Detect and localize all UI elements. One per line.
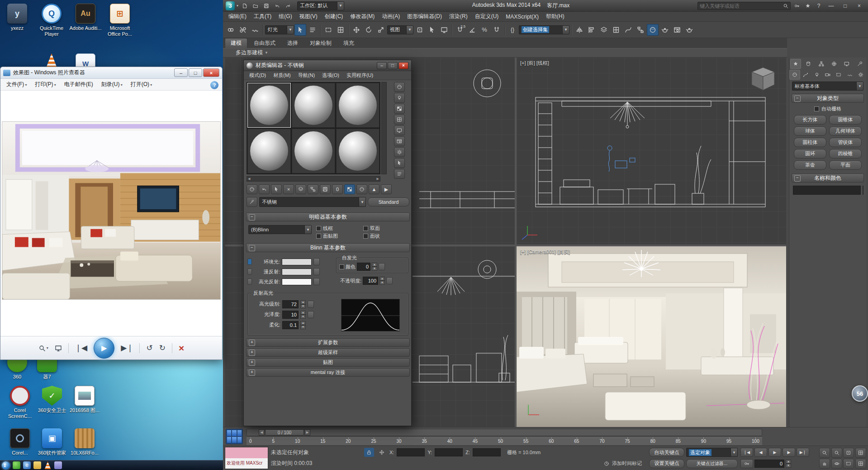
bind-to-space-warp-icon[interactable] xyxy=(249,24,261,36)
ribbon-panel-title[interactable]: 多边形建模 xyxy=(236,49,263,57)
menu-item[interactable]: 创建(C) xyxy=(321,12,347,21)
taskbar-vlc-icon[interactable] xyxy=(44,461,52,469)
menu-item[interactable]: 编辑(E) xyxy=(225,12,250,21)
go-to-sibling-icon[interactable]: ▶ xyxy=(381,184,392,194)
minimize-button[interactable]: — xyxy=(825,2,837,10)
collapsed-rollout[interactable]: 扩展参数 xyxy=(246,338,410,347)
object-type-button[interactable]: 茶壶 xyxy=(794,160,826,170)
motion-tab-icon[interactable] xyxy=(829,59,840,69)
previous-frame-icon[interactable]: ◀ xyxy=(754,448,767,457)
object-color-swatch[interactable] xyxy=(863,186,863,195)
soften-value[interactable]: 0.1 xyxy=(282,321,299,329)
collapsed-rollout[interactable]: 贴图 xyxy=(246,358,410,367)
edit-named-selection-sets-icon[interactable]: {} xyxy=(507,24,518,36)
go-to-start-icon[interactable]: ❘◀ xyxy=(740,448,753,457)
make-unique-icon[interactable] xyxy=(308,184,318,194)
soften-spinner[interactable]: ▲▼ xyxy=(300,321,306,329)
unlink-selection-icon[interactable] xyxy=(237,24,249,36)
menu-item[interactable]: 实用程序(U) xyxy=(343,72,377,79)
specular-lock-icon[interactable] xyxy=(247,278,252,285)
sample-vertical-scrollbar[interactable] xyxy=(381,82,387,174)
desktop-icon-office[interactable]: ⊞ Microsoft Office Po... xyxy=(104,4,136,37)
blinn-basic-params-rollout[interactable]: Blinn 基本参数 xyxy=(246,243,410,252)
rectangular-selection-region-icon[interactable] xyxy=(323,24,334,36)
specular-level-value[interactable]: 72 xyxy=(282,300,299,308)
menu-item[interactable]: 刻录(U) xyxy=(97,79,127,90)
collapsed-rollout[interactable]: 超级采样 xyxy=(246,348,410,357)
max-titlebar[interactable]: 3 ▾ 工作区: 默认▼ Autodesk 3ds Max 2014 x64 客… xyxy=(223,0,868,12)
key-filters-button[interactable]: 关键点过滤器... xyxy=(686,459,738,468)
desktop-icon-corel[interactable]: Corel... xyxy=(4,428,36,456)
hierarchy-tab-icon[interactable] xyxy=(816,59,827,69)
get-material-icon[interactable] xyxy=(247,184,257,194)
photo-viewer-titlebar[interactable]: 效果图 - Windows 照片查看器 – □ × xyxy=(0,67,222,79)
zoom-extents-all-icon[interactable] xyxy=(855,448,866,458)
make-material-copy-icon[interactable] xyxy=(295,184,306,194)
minimize-button[interactable]: – xyxy=(174,68,188,77)
material-slot[interactable] xyxy=(292,129,335,173)
spacewarps-category-icon[interactable] xyxy=(844,70,855,80)
ribbon-tab[interactable]: 对象绘制 xyxy=(304,38,337,48)
close-button[interactable]: × xyxy=(853,2,865,10)
opacity-value[interactable]: 100 xyxy=(363,277,378,285)
taskbar-ie-icon[interactable]: e xyxy=(23,461,31,469)
minimize-button[interactable]: – xyxy=(377,62,387,69)
viewport-label[interactable]: [+] [前] [线框] xyxy=(520,60,549,67)
object-type-button[interactable]: 管状体 xyxy=(829,138,862,147)
favorites-icon[interactable] xyxy=(803,1,812,10)
material-map-navigator-icon[interactable] xyxy=(394,169,405,179)
select-and-rotate-icon[interactable] xyxy=(363,24,375,36)
helpers-category-icon[interactable] xyxy=(833,70,844,80)
modify-tab-icon[interactable] xyxy=(803,59,814,69)
save-file-icon[interactable] xyxy=(262,1,271,10)
play-slideshow-button[interactable]: ▶ xyxy=(94,338,114,359)
named-selection-sets-dropdown[interactable]: 创建选择集▼ xyxy=(519,25,569,34)
next-button[interactable]: ▶❘ xyxy=(121,343,133,353)
autogrid-checkbox[interactable] xyxy=(814,106,819,111)
actual-size-button[interactable] xyxy=(55,345,62,352)
pick-material-eyedropper-icon[interactable] xyxy=(247,197,257,207)
maximize-button[interactable]: □ xyxy=(388,62,398,69)
zoom-button[interactable]: ▾ xyxy=(38,345,48,352)
select-and-move-icon[interactable] xyxy=(351,24,362,36)
infocenter-search[interactable] xyxy=(697,2,791,10)
pan-view-icon[interactable] xyxy=(819,459,830,469)
glossiness-map-button[interactable] xyxy=(308,311,314,318)
time-slider-next-icon[interactable]: ▶ xyxy=(304,429,310,436)
specular-map-button[interactable] xyxy=(313,278,320,285)
frame-spinner[interactable]: ▲▼ xyxy=(786,460,791,468)
undo-icon[interactable] xyxy=(273,1,282,10)
menu-item[interactable]: MAXScript(X) xyxy=(502,13,542,21)
self-illum-color-checkbox[interactable] xyxy=(339,264,344,269)
checkbox[interactable] xyxy=(363,234,368,239)
checkbox[interactable] xyxy=(316,234,321,239)
new-scene-icon[interactable] xyxy=(240,1,249,10)
glossiness-value[interactable]: 10 xyxy=(282,311,299,319)
ambient-diffuse-lock-icon[interactable] xyxy=(247,259,252,265)
help-icon[interactable]: ? xyxy=(210,81,218,89)
assign-material-to-selection-icon[interactable] xyxy=(271,184,282,194)
app-menu-arrow-icon[interactable]: ▾ xyxy=(237,4,238,8)
maxscript-mini-listener[interactable]: 欢迎使用 MAXScr xyxy=(225,447,268,469)
redo-icon[interactable] xyxy=(284,1,293,10)
diffuse-lock-icon[interactable] xyxy=(247,269,252,275)
rotate-ccw-button[interactable]: ↺ xyxy=(146,343,152,353)
select-and-link-icon[interactable] xyxy=(225,24,237,36)
menu-item[interactable]: 打印(P) xyxy=(31,79,60,90)
object-type-rollout[interactable]: 对象类型 xyxy=(792,94,864,103)
self-illum-value[interactable]: 0 xyxy=(357,263,370,271)
align-icon[interactable] xyxy=(586,24,598,36)
material-editor-icon[interactable] xyxy=(647,24,659,36)
selection-filter-dropdown[interactable]: 灯光▼ xyxy=(265,25,294,34)
object-type-button[interactable]: 圆柱体 xyxy=(794,138,826,147)
rendered-frame-window-icon[interactable] xyxy=(671,24,683,36)
auto-key-button[interactable]: 自动关键点 xyxy=(649,448,684,457)
lights-category-icon[interactable] xyxy=(811,70,822,80)
menu-item[interactable]: 渲染(R) xyxy=(446,12,471,21)
z-coordinate-field[interactable] xyxy=(473,448,501,456)
maximize-button[interactable]: □ xyxy=(189,68,202,77)
object-type-button[interactable]: 四棱锥 xyxy=(829,149,862,158)
delete-button[interactable]: × xyxy=(179,343,184,354)
add-time-tag[interactable]: 添加时间标记 xyxy=(612,460,642,467)
systems-category-icon[interactable] xyxy=(855,70,866,80)
